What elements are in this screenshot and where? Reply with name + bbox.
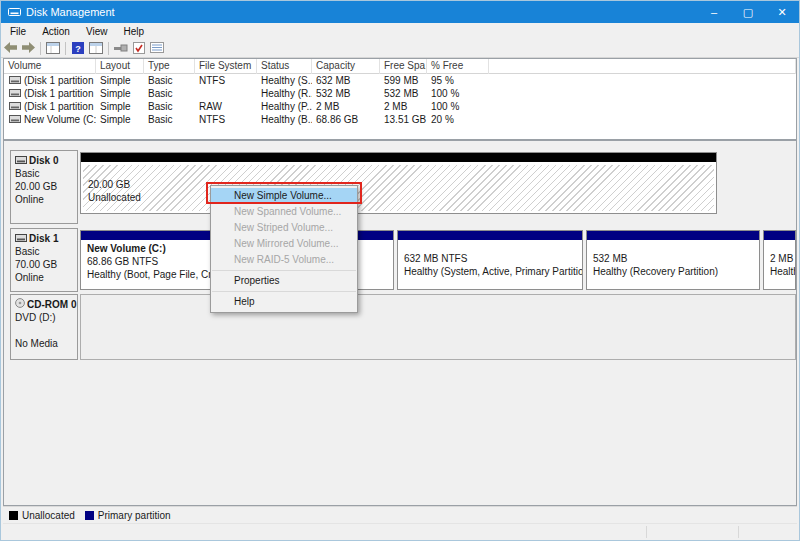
list-details-icon bbox=[150, 42, 164, 55]
details-window-button[interactable] bbox=[87, 41, 105, 57]
col-volume[interactable]: Volume bbox=[4, 59, 96, 74]
primary-band bbox=[764, 231, 795, 240]
console-window-button[interactable] bbox=[44, 41, 62, 57]
menu-item-new-striped-volume: New Striped Volume... bbox=[211, 220, 357, 236]
disk0-label[interactable]: Disk 0 Basic 20.00 GB Online bbox=[10, 150, 78, 224]
disk-icon bbox=[15, 154, 27, 167]
menu-item-help[interactable]: Help bbox=[211, 294, 357, 310]
legend-bar: Unallocated Primary partition bbox=[3, 506, 797, 523]
cdrom-title: CD-ROM 0 bbox=[15, 298, 77, 311]
volume-cell: New Volume (C:) bbox=[4, 113, 96, 126]
menu-bar: File Action View Help bbox=[1, 23, 799, 40]
unallocated-band bbox=[81, 153, 716, 162]
toolbar-separator bbox=[65, 42, 66, 55]
primary-partition-swatch bbox=[85, 511, 94, 520]
table-row[interactable]: (Disk 1 partition 2) Simple Basic NTFS H… bbox=[4, 74, 796, 87]
partition-recovery[interactable]: 532 MB Healthy (Recovery Partition) bbox=[586, 230, 760, 290]
table-row[interactable]: New Volume (C:) Simple Basic NTFS Health… bbox=[4, 113, 796, 126]
cd-disc-icon bbox=[15, 298, 25, 311]
forward-button[interactable] bbox=[19, 41, 37, 57]
menu-file[interactable]: File bbox=[1, 23, 34, 40]
disk0-title: Disk 0 bbox=[15, 154, 77, 167]
app-disk-icon bbox=[8, 7, 21, 17]
window-controls: – ▢ ✕ bbox=[697, 1, 799, 23]
details-window-icon bbox=[89, 42, 103, 56]
volume-icon bbox=[9, 74, 21, 87]
primary-band bbox=[587, 231, 759, 240]
menu-separator bbox=[212, 270, 356, 271]
col-capacity[interactable]: Capacity bbox=[312, 59, 380, 74]
col-percent-free[interactable]: % Free bbox=[427, 59, 489, 74]
menu-item-new-simple-volume[interactable]: New Simple Volume... bbox=[211, 188, 357, 204]
volume-icon bbox=[9, 100, 21, 113]
status-divider bbox=[738, 526, 739, 538]
report-check-icon bbox=[133, 42, 145, 56]
disk-icon bbox=[15, 232, 27, 245]
col-filler bbox=[489, 59, 796, 74]
col-status[interactable]: Status bbox=[257, 59, 312, 74]
status-bar bbox=[3, 523, 797, 540]
col-type[interactable]: Type bbox=[144, 59, 195, 74]
help-icon: ? bbox=[72, 42, 84, 56]
attach-tool-button[interactable] bbox=[112, 41, 130, 57]
volume-cell: (Disk 1 partition 2) bbox=[4, 74, 96, 87]
cdrom-label[interactable]: CD-ROM 0 DVD (D:) No Media bbox=[10, 294, 78, 360]
unallocated-hatch bbox=[83, 165, 714, 211]
menu-separator bbox=[212, 291, 356, 292]
menu-view[interactable]: View bbox=[78, 23, 116, 40]
unallocated-swatch bbox=[9, 511, 18, 520]
toolbar-separator bbox=[108, 42, 109, 55]
legend-primary-partition: Primary partition bbox=[85, 510, 171, 521]
col-free-space[interactable]: Free Spa... bbox=[380, 59, 427, 74]
graphical-view-pane: Disk 0 Basic 20.00 GB Online 20.00 GB Un… bbox=[3, 140, 797, 506]
disk-management-window: Disk Management – ▢ ✕ File Action View H… bbox=[0, 0, 800, 541]
cdrom-media-area[interactable] bbox=[80, 294, 796, 360]
help-button[interactable]: ? bbox=[69, 41, 87, 57]
disk1-label[interactable]: Disk 1 Basic 70.00 GB Online bbox=[10, 228, 78, 292]
attach-tool-icon bbox=[114, 43, 128, 55]
volume-icon bbox=[9, 87, 21, 100]
context-menu: New Simple Volume... New Spanned Volume.… bbox=[210, 185, 358, 313]
report-check-button[interactable] bbox=[130, 41, 148, 57]
volume-cell: (Disk 1 partition 3) bbox=[4, 87, 96, 100]
console-window-icon bbox=[46, 42, 60, 56]
volume-list-pane: Volume Layout Type File System Status Ca… bbox=[3, 58, 797, 140]
unallocated-text: 20.00 GB Unallocated bbox=[88, 178, 141, 204]
close-button[interactable]: ✕ bbox=[765, 1, 799, 23]
title-bar: Disk Management – ▢ ✕ bbox=[1, 1, 799, 23]
volume-cell: (Disk 1 partition 4) bbox=[4, 100, 96, 113]
toolbar: ? bbox=[1, 40, 799, 58]
table-row[interactable]: (Disk 1 partition 4) Simple Basic RAW He… bbox=[4, 100, 796, 113]
forward-arrow-icon bbox=[22, 42, 35, 55]
back-button[interactable] bbox=[1, 41, 19, 57]
table-row[interactable]: (Disk 1 partition 3) Simple Basic Health… bbox=[4, 87, 796, 100]
col-layout[interactable]: Layout bbox=[96, 59, 144, 74]
partition-system[interactable]: 632 MB NTFS Healthy (System, Active, Pri… bbox=[397, 230, 583, 290]
maximize-button[interactable]: ▢ bbox=[731, 1, 765, 23]
primary-band bbox=[398, 231, 582, 240]
disk0-unallocated-region[interactable]: 20.00 GB Unallocated bbox=[80, 152, 717, 214]
window-title: Disk Management bbox=[26, 6, 115, 18]
menu-action[interactable]: Action bbox=[34, 23, 78, 40]
volume-icon bbox=[9, 113, 21, 126]
partition-small[interactable]: 2 MB Healthy bbox=[763, 230, 796, 290]
disk1-title: Disk 1 bbox=[15, 232, 77, 245]
menu-item-new-raid5-volume: New RAID-5 Volume... bbox=[211, 252, 357, 268]
menu-item-new-mirrored-volume: New Mirrored Volume... bbox=[211, 236, 357, 252]
list-details-button[interactable] bbox=[148, 41, 166, 57]
status-divider bbox=[646, 526, 647, 538]
col-file-system[interactable]: File System bbox=[195, 59, 257, 74]
back-arrow-icon bbox=[4, 42, 17, 55]
minimize-button[interactable]: – bbox=[697, 1, 731, 23]
legend-unallocated: Unallocated bbox=[9, 510, 75, 521]
svg-text:?: ? bbox=[75, 43, 81, 53]
menu-item-new-spanned-volume: New Spanned Volume... bbox=[211, 204, 357, 220]
volume-table-header: Volume Layout Type File System Status Ca… bbox=[4, 59, 796, 74]
toolbar-separator bbox=[40, 42, 41, 55]
menu-item-properties[interactable]: Properties bbox=[211, 273, 357, 289]
menu-help[interactable]: Help bbox=[115, 23, 152, 40]
